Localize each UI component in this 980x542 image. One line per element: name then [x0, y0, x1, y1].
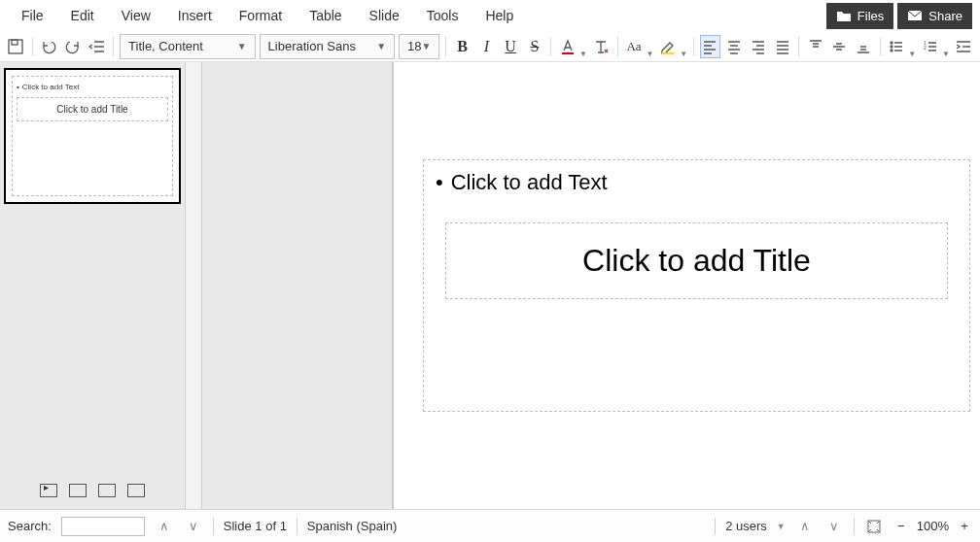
underline-button[interactable]: U	[501, 35, 521, 58]
italic-button[interactable]: I	[476, 35, 497, 58]
zoom-out-button[interactable]: −	[893, 519, 909, 533]
highlight-color-button[interactable]	[657, 35, 678, 58]
chevron-down-icon[interactable]: ▼	[908, 50, 916, 61]
fit-slide-button[interactable]	[864, 517, 884, 536]
clear-formatting-button[interactable]	[591, 35, 612, 58]
thumbnail-title-placeholder: Click to add Title	[17, 97, 168, 121]
numbered-list-button[interactable]: 12	[920, 35, 940, 58]
user-count[interactable]: 2 users	[725, 519, 767, 533]
menu-bar: File Edit View Insert Format Table Slide…	[0, 0, 980, 31]
files-button-label: Files	[858, 9, 884, 23]
chevron-down-icon[interactable]: ▼	[942, 50, 950, 61]
search-prev-button[interactable]: ∧	[155, 517, 174, 536]
document-language[interactable]: Spanish (Spain)	[307, 519, 398, 533]
save-button[interactable]	[6, 35, 26, 58]
align-left-button[interactable]	[700, 35, 720, 58]
bold-button[interactable]: B	[452, 35, 472, 58]
status-bar: Search: ∧ ∨ Slide 1 of 1 Spanish (Spain)…	[0, 509, 980, 542]
zoom-in-button[interactable]: +	[957, 519, 972, 533]
chevron-down-icon: ▼	[237, 41, 247, 51]
slide-layout-select[interactable]: Title, Content ▼	[120, 34, 256, 59]
menu-edit[interactable]: Edit	[57, 2, 108, 29]
view-mode-buttons	[4, 478, 181, 503]
align-center-button[interactable]	[724, 35, 745, 58]
increase-indent-button[interactable]	[954, 35, 974, 58]
folder-icon	[836, 9, 852, 22]
strikethrough-button[interactable]: S	[525, 35, 545, 58]
font-family-select[interactable]: Liberation Sans ▼	[260, 34, 396, 59]
svg-point-5	[891, 42, 892, 44]
menu-slide[interactable]: Slide	[356, 2, 413, 29]
normal-view-button[interactable]	[40, 484, 57, 497]
vertical-align-top-button[interactable]	[805, 35, 825, 58]
font-color-button[interactable]	[557, 35, 578, 58]
menu-insert[interactable]: Insert	[164, 2, 226, 29]
menu-view[interactable]: View	[108, 2, 164, 29]
undo-button[interactable]	[39, 35, 59, 58]
user-prev-button[interactable]: ∧	[795, 517, 815, 536]
chevron-down-icon: ▼	[376, 41, 386, 51]
canvas-margin	[202, 62, 393, 509]
workspace: Click to add Text Click to add Title Cli…	[0, 62, 980, 509]
decrease-indent-button[interactable]	[87, 35, 107, 58]
chevron-down-icon[interactable]: ▼	[777, 522, 786, 531]
redo-button[interactable]	[63, 35, 84, 58]
svg-rect-3	[562, 52, 574, 54]
menu-help[interactable]: Help	[472, 2, 527, 29]
presentation-view-button[interactable]	[127, 484, 145, 497]
share-button[interactable]: Share	[897, 3, 972, 29]
align-right-button[interactable]	[749, 35, 769, 58]
font-size-select[interactable]: 18 ▼	[399, 34, 439, 59]
user-next-button[interactable]: ∨	[824, 517, 844, 536]
slide-thumbnail-panel: Click to add Text Click to add Title	[0, 62, 185, 509]
svg-rect-1	[9, 40, 22, 53]
zoom-controls: − 100% +	[893, 519, 972, 533]
search-next-button[interactable]: ∨	[184, 517, 203, 536]
slide-sorter-view-button[interactable]	[98, 484, 116, 497]
svg-point-6	[891, 46, 892, 48]
search-label: Search:	[8, 519, 52, 533]
menu-file[interactable]: File	[8, 2, 57, 29]
formatting-toolbar: Title, Content ▼ Liberation Sans ▼ 18 ▼ …	[0, 31, 980, 62]
vertical-align-middle-button[interactable]	[829, 35, 850, 58]
chevron-down-icon[interactable]: ▼	[579, 50, 587, 61]
chevron-down-icon[interactable]: ▼	[646, 50, 653, 61]
thumbnail-text-placeholder: Click to add Text	[17, 83, 168, 91]
slide-counter: Slide 1 of 1	[224, 519, 287, 533]
envelope-icon	[907, 10, 923, 21]
slide-thumbnail-1[interactable]: Click to add Text Click to add Title	[4, 68, 181, 204]
font-family-value: Liberation Sans	[268, 39, 356, 53]
bullet-list-button[interactable]	[887, 35, 907, 58]
thumbnail-content: Click to add Text Click to add Title	[12, 76, 173, 196]
share-button-label: Share	[928, 9, 962, 23]
content-placeholder-text: Click to add Text	[436, 170, 958, 195]
title-placeholder[interactable]: Click to add Title	[445, 222, 948, 299]
chevron-down-icon[interactable]: ▼	[680, 50, 687, 61]
svg-point-7	[891, 50, 892, 51]
menu-format[interactable]: Format	[226, 2, 296, 29]
content-placeholder[interactable]: Click to add Text Click to add Title	[423, 159, 970, 412]
slide-layout-value: Title, Content	[128, 39, 203, 53]
menu-table[interactable]: Table	[296, 2, 355, 29]
files-button[interactable]: Files	[826, 3, 893, 29]
outline-view-button[interactable]	[69, 484, 87, 497]
slide-canvas[interactable]: Click to add Text Click to add Title	[393, 62, 980, 509]
vertical-align-bottom-button[interactable]	[854, 35, 874, 58]
chevron-down-icon: ▼	[421, 41, 431, 51]
change-case-button[interactable]: Aa	[624, 35, 645, 58]
vertical-ruler	[185, 62, 202, 509]
menu-tools[interactable]: Tools	[413, 2, 472, 29]
search-input[interactable]	[61, 517, 145, 536]
font-size-value: 18	[407, 39, 421, 53]
svg-text:2: 2	[924, 45, 927, 51]
header-action-buttons: Files Share	[826, 3, 972, 29]
svg-rect-2	[12, 40, 18, 45]
align-justify-button[interactable]	[773, 35, 793, 58]
zoom-level[interactable]: 100%	[917, 519, 949, 533]
svg-rect-4	[662, 52, 674, 54]
